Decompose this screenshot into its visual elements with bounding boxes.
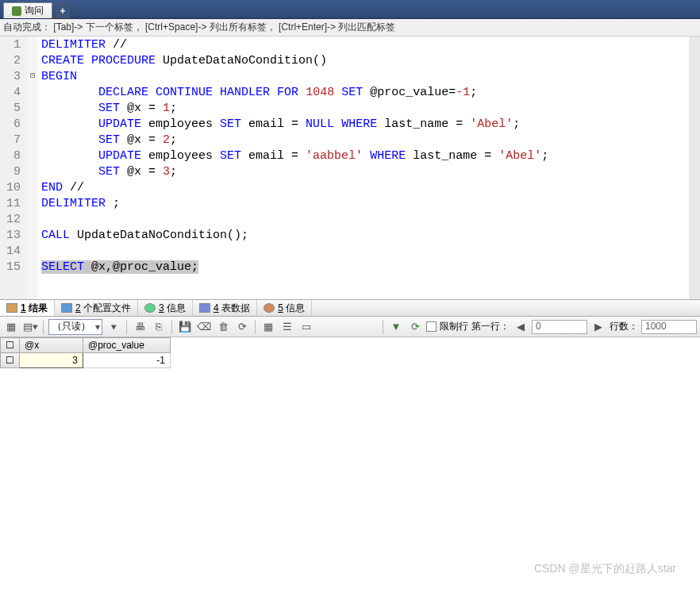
tab-info-3[interactable]: 3 信息 [138,300,193,316]
code-area[interactable]: DELIMITER // CREATE PROCEDURE UpdateData… [38,37,689,299]
info2-icon [263,303,275,313]
result-table: ☐ @x @proc_value ☐ 3 -1 [0,337,171,368]
tab-result-1[interactable]: 1 结果 [0,300,55,316]
refresh-icon[interactable]: ⟳ [234,319,250,335]
autocomplete-bar: 自动完成： [Tab]-> 下一个标签， [Ctrl+Space]-> 列出所有… [0,19,700,37]
limit-checkbox[interactable] [426,321,437,332]
copy-icon[interactable]: ⎘ [151,319,167,335]
cell-proc[interactable]: -1 [83,353,171,368]
result-toolbar: ▦ ▤▾ （只读） ▾ 🖶 ⎘ 💾 ⌫ 🗑 ⟳ ▦ ☰ ▭ ▼ ⟳ 限制行 第一… [0,317,700,337]
text-icon[interactable]: ☰ [279,319,295,335]
result-grid: ☐ @x @proc_value ☐ 3 -1 [0,337,700,600]
save-icon[interactable]: 💾 [177,319,193,335]
export-icon[interactable]: 🖶 [132,319,148,335]
table-row[interactable]: ☐ 3 -1 [1,353,171,368]
refresh2-icon[interactable]: ⟳ [407,319,423,335]
tab-query[interactable]: 询问 [3,2,52,18]
cell-x[interactable]: 3 [20,353,83,368]
tab-bar: 询问 + [0,0,700,19]
tabledata-icon [199,303,210,313]
col-header-proc[interactable]: @proc_value [83,338,171,353]
new-tab-button[interactable]: + [56,4,70,18]
grid-icon[interactable]: ▦ [260,319,276,335]
rows-input[interactable]: 1000 [641,320,697,334]
form-view-icon[interactable]: ▤▾ [22,319,38,335]
next-page-icon[interactable]: ▶ [590,319,606,335]
fold-toggle-icon[interactable]: ⊟ [27,68,38,84]
firstrow-label: 第一行： [471,320,510,333]
prev-page-icon[interactable]: ◀ [513,319,529,335]
tab-label: 询问 [25,4,44,17]
rows-label: 行数： [610,320,638,333]
grid-corner[interactable]: ☐ [1,338,20,353]
code-editor[interactable]: 123 456 789 101112 131415 ⊟ DELIMITER //… [0,37,700,299]
filter-icon[interactable]: ▼ [388,319,404,335]
tab-tabledata-4[interactable]: 4 表数据 [193,300,257,316]
grid-view-icon[interactable]: ▦ [3,319,19,335]
watermark: CSDN @星光下的赶路人star [534,562,676,576]
info-icon [144,303,156,313]
firstrow-input[interactable]: 0 [532,320,587,334]
profile-icon [61,303,72,313]
limit-label: 限制行 [440,320,468,333]
line-gutter: 123 456 789 101112 131415 [0,37,27,299]
tab-profile-2[interactable]: 2 个配置文件 [55,300,138,316]
row-header[interactable]: ☐ [1,353,20,368]
detail-icon[interactable]: ▭ [298,319,314,335]
result-tabbar: 1 结果 2 个配置文件 3 信息 4 表数据 5 信息 [0,299,700,317]
cancel-icon[interactable]: ⌫ [196,319,212,335]
tab-info-5[interactable]: 5 信息 [257,300,312,316]
delete-icon[interactable]: 🗑 [215,319,231,335]
readonly-dropdown[interactable]: （只读） [48,319,102,335]
query-icon [12,6,21,16]
col-header-x[interactable]: @x [20,338,83,353]
dropdown-icon[interactable]: ▾ [106,319,121,335]
fold-column: ⊟ [27,37,38,299]
result-icon [6,303,17,313]
